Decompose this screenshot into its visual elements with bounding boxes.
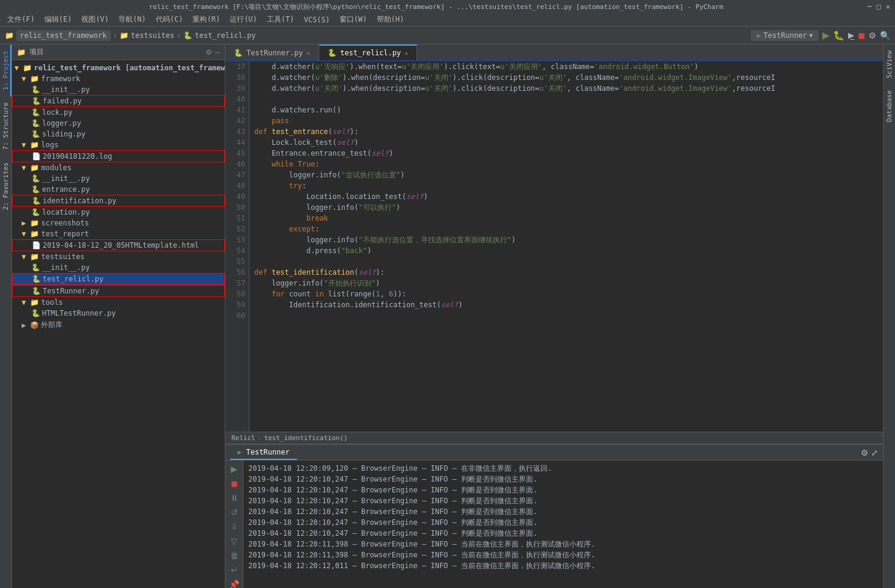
run-scroll-btn[interactable]: ⇩ xyxy=(230,521,239,533)
tab-test-relicl-icon: 🐍 xyxy=(328,49,337,57)
bottom-expand-btn[interactable]: ⤢ xyxy=(871,448,878,458)
code-line-53: logger.info("不能执行选位置，寻找选择位置界面继续执行") xyxy=(254,234,878,245)
htmltestrunner-label: HTMLTestRunner.py xyxy=(42,309,116,317)
sidebar-tab-project[interactable]: 1: Project xyxy=(0,44,11,96)
sliding-py-label: sliding.py xyxy=(42,130,85,138)
tree-sliding-py[interactable]: 🐍 sliding.py xyxy=(12,129,225,139)
project-collapse-btn[interactable]: ─ xyxy=(215,48,220,57)
tree-entrance-py[interactable]: 🐍 entrance.py xyxy=(12,184,225,195)
code-content[interactable]: d.watcher(u'无响应').when(text=u'关闭应用').cli… xyxy=(249,61,883,432)
menu-navigate[interactable]: 导航(N) xyxy=(114,13,151,26)
log-line-3: 2019-04-18 12:20:10,247 – BrowserEngine … xyxy=(248,485,878,495)
bottom-tab-run[interactable]: ▶ TestRunner xyxy=(230,446,297,460)
tree-screenshots[interactable]: ▶ 📁 screenshots xyxy=(12,218,225,228)
tree-failed-py[interactable]: 🐍 failed.py xyxy=(12,95,225,107)
framework-folder-icon: ▼ 📁 xyxy=(22,75,39,83)
py-icon-logger: 🐍 xyxy=(31,119,40,127)
tree-testrunner[interactable]: 🐍 TestRunner.py xyxy=(12,285,225,297)
modules-folder-icon: ▼ 📁 xyxy=(22,164,39,172)
run-start-btn[interactable]: ▶ xyxy=(230,463,239,475)
run-pin-btn[interactable]: 📌 xyxy=(228,578,240,588)
search-everywhere-button[interactable]: 🔍 xyxy=(880,31,890,40)
close-btn[interactable]: ✕ xyxy=(886,2,890,11)
menu-help[interactable]: 帮助(H) xyxy=(372,13,409,26)
log-line-2: 2019-04-18 12:20:10,247 – BrowserEngine … xyxy=(248,474,878,485)
tree-logs[interactable]: ▼ 📁 logs xyxy=(12,139,225,150)
run-stop-btn[interactable]: ◼ xyxy=(230,477,239,489)
minimize-btn[interactable]: ─ xyxy=(867,2,872,11)
tree-location-py[interactable]: 🐍 location.py xyxy=(12,207,225,218)
menu-edit[interactable]: 编辑(E) xyxy=(40,13,77,26)
external-libs-label: 外部库 xyxy=(41,320,63,330)
tree-identification-py[interactable]: 🐍 identification.py xyxy=(12,195,225,207)
maximize-btn[interactable]: □ xyxy=(877,2,881,11)
run-with-coverage-button[interactable]: ▶̲ xyxy=(848,31,854,40)
tree-testsuites[interactable]: ▼ 📁 testsuites xyxy=(12,251,225,262)
breadcrumb-method[interactable]: test_identification() xyxy=(264,434,347,442)
menu-code[interactable]: 代码(C) xyxy=(151,13,188,26)
tab-test-relicl[interactable]: 🐍 test_relicl.py ✕ xyxy=(319,44,417,60)
breadcrumb-sep2: › xyxy=(177,31,181,40)
code-line-57: logger.info("开始执行识别") xyxy=(254,278,878,289)
settings-button[interactable]: ⚙ xyxy=(869,31,876,40)
tab-testrunner-close[interactable]: ✕ xyxy=(307,50,310,57)
breadcrumb-relicl[interactable]: Relicl xyxy=(231,434,255,442)
code-line-40 xyxy=(254,94,878,105)
menu-tools[interactable]: 工具(T) xyxy=(262,13,299,26)
run-button[interactable]: ▶ xyxy=(822,29,829,41)
testsuites-label: testsuites xyxy=(131,31,174,40)
py-icon-htmltestrunner: 🐍 xyxy=(31,309,40,317)
menu-vcs[interactable]: VCS(S) xyxy=(299,14,335,25)
testsuites-tree-label: testsuites xyxy=(41,253,84,261)
tab-testrunner[interactable]: 🐍 TestRunner.py ✕ xyxy=(225,46,319,60)
run-clear-btn[interactable]: 🗑 xyxy=(229,550,240,562)
debug-button[interactable]: 🐛 xyxy=(833,30,845,41)
log-line-9: 2019-04-18 12:20:11,398 – BrowserEngine … xyxy=(248,550,878,560)
run-wrap-btn[interactable]: ↵ xyxy=(230,564,239,576)
run-pause-btn[interactable]: ⏸ xyxy=(229,492,240,504)
log-output[interactable]: 2019-04-18 12:20:09,120 – BrowserEngine … xyxy=(243,461,883,588)
py-icon-location: 🐍 xyxy=(31,208,40,216)
tree-html-report[interactable]: 📄 2019-04-18-12_20_05HTMLtemplate.html xyxy=(12,239,225,251)
run-rerun-btn[interactable]: ↺ xyxy=(230,506,239,518)
tree-init-py-1[interactable]: 🐍 __init__.py xyxy=(12,84,225,95)
tab-test-relicl-close[interactable]: ✕ xyxy=(405,50,408,57)
current-file-label: test_relicl.py xyxy=(195,31,255,40)
menu-file[interactable]: 文件(F) xyxy=(2,13,40,26)
project-settings-btn[interactable]: ⚙ xyxy=(206,48,212,57)
window-controls[interactable]: ─ □ ✕ xyxy=(867,2,890,11)
sidebar-tab-favorites[interactable]: 2: Favorites xyxy=(0,156,11,216)
tree-modules[interactable]: ▼ 📁 modules xyxy=(12,162,225,173)
tree-init-py-3[interactable]: 🐍 __init__.py xyxy=(12,262,225,273)
menu-window[interactable]: 窗口(W) xyxy=(335,13,372,26)
tree-test-relicl[interactable]: 🐍 test_relicl.py xyxy=(12,273,225,285)
menu-bar: 文件(F) 编辑(E) 视图(V) 导航(N) 代码(C) 重构(R) 运行(U… xyxy=(0,13,895,26)
tree-htmltestrunner[interactable]: 🐍 HTMLTestRunner.py xyxy=(12,308,225,319)
tree-logger-py[interactable]: 🐍 logger.py xyxy=(12,118,225,129)
menu-run[interactable]: 运行(U) xyxy=(225,13,262,26)
run-filter-btn[interactable]: ▽ xyxy=(230,535,239,547)
tools-label: tools xyxy=(41,298,63,307)
tree-root[interactable]: ▼ 📁 relic_test_framework [automation_tes… xyxy=(12,63,225,73)
run-config-label: TestRunner xyxy=(763,31,807,40)
test-report-label: test_report xyxy=(41,230,88,238)
py-icon-entrance: 🐍 xyxy=(31,185,40,194)
tree-tools[interactable]: ▼ 📁 tools xyxy=(12,297,225,308)
menu-view[interactable]: 视图(V) xyxy=(76,13,114,26)
log-line-1: 2019-04-18 12:20:09,120 – BrowserEngine … xyxy=(248,463,878,474)
tree-external-libs[interactable]: ▶ 📦 外部库 xyxy=(12,319,225,331)
tree-log-file[interactable]: 📄 201904181220.log xyxy=(12,150,225,162)
html-icon: 📄 xyxy=(32,241,41,250)
sidebar-tab-structure[interactable]: 7: Structure xyxy=(0,96,11,156)
menu-refactor[interactable]: 重构(R) xyxy=(188,13,225,26)
bottom-settings-btn[interactable]: ⚙ xyxy=(861,448,869,458)
run-config-selector[interactable]: ▶ TestRunner ▼ xyxy=(751,30,819,41)
tree-test-report[interactable]: ▼ 📁 test_report xyxy=(12,228,225,239)
tree-lock-py[interactable]: 🐍 lock.py xyxy=(12,107,225,118)
sidebar-tab-sciview[interactable]: SciView xyxy=(884,44,895,84)
stop-button[interactable]: ◼ xyxy=(858,30,865,41)
sidebar-tab-database[interactable]: Database xyxy=(884,84,895,128)
tree-framework[interactable]: ▼ 📁 framework xyxy=(12,73,225,84)
tree-init-py-2[interactable]: 🐍 __init__.py xyxy=(12,173,225,184)
project-header-label: 项目 xyxy=(29,47,44,57)
